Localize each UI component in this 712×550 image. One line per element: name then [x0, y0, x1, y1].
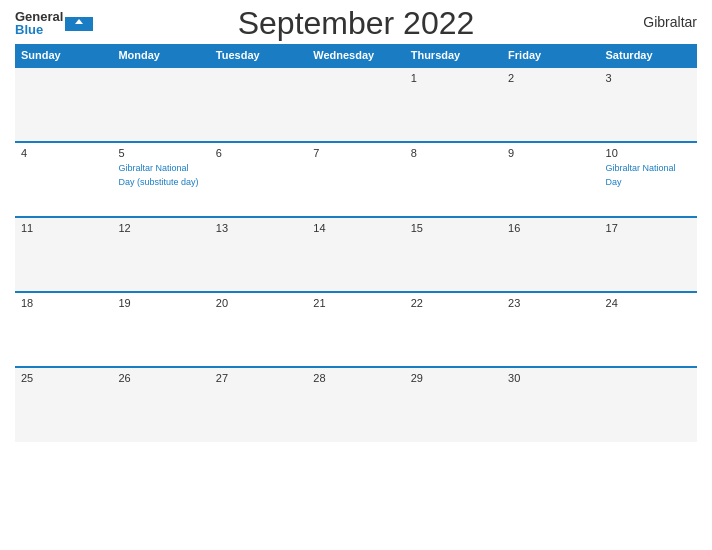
- day-number: 4: [21, 147, 106, 159]
- header-sunday: Sunday: [15, 44, 112, 67]
- day-number: 18: [21, 297, 106, 309]
- day-number: 10: [606, 147, 691, 159]
- calendar-cell: 29: [405, 367, 502, 442]
- day-number: 12: [118, 222, 203, 234]
- calendar-cell: 6: [210, 142, 307, 217]
- day-number: 27: [216, 372, 301, 384]
- day-number: 16: [508, 222, 593, 234]
- calendar-cell: [15, 67, 112, 142]
- logo: General Blue: [15, 10, 93, 36]
- calendar-cell: 28: [307, 367, 404, 442]
- calendar-cell: 23: [502, 292, 599, 367]
- day-number: 5: [118, 147, 203, 159]
- calendar-table: Sunday Monday Tuesday Wednesday Thursday…: [15, 44, 697, 442]
- day-number: 6: [216, 147, 301, 159]
- event-label: Gibraltar National Day (substitute day): [118, 163, 198, 187]
- calendar-page: General Blue September 2022 Gibraltar Su…: [0, 0, 712, 550]
- calendar-title: September 2022: [238, 5, 475, 42]
- weekday-header-row: Sunday Monday Tuesday Wednesday Thursday…: [15, 44, 697, 67]
- day-number: 20: [216, 297, 301, 309]
- calendar-cell: [600, 367, 697, 442]
- calendar-cell: 8: [405, 142, 502, 217]
- calendar-cell: 22: [405, 292, 502, 367]
- day-number: 17: [606, 222, 691, 234]
- calendar-week-row: 18192021222324: [15, 292, 697, 367]
- calendar-cell: 16: [502, 217, 599, 292]
- day-number: 8: [411, 147, 496, 159]
- calendar-cell: 7: [307, 142, 404, 217]
- day-number: 30: [508, 372, 593, 384]
- day-number: 22: [411, 297, 496, 309]
- header-thursday: Thursday: [405, 44, 502, 67]
- day-number: 7: [313, 147, 398, 159]
- calendar-cell: 14: [307, 217, 404, 292]
- day-number: 3: [606, 72, 691, 84]
- calendar-cell: 4: [15, 142, 112, 217]
- logo-blue: Blue: [15, 23, 63, 36]
- calendar-cell: 26: [112, 367, 209, 442]
- calendar-week-row: 45Gibraltar National Day (substitute day…: [15, 142, 697, 217]
- logo-flag-icon: [65, 17, 93, 31]
- calendar-cell: 20: [210, 292, 307, 367]
- event-label: Gibraltar National Day: [606, 163, 676, 187]
- header-friday: Friday: [502, 44, 599, 67]
- day-number: 15: [411, 222, 496, 234]
- day-number: 13: [216, 222, 301, 234]
- day-number: 25: [21, 372, 106, 384]
- day-number: 28: [313, 372, 398, 384]
- country-label: Gibraltar: [643, 14, 697, 30]
- day-number: 24: [606, 297, 691, 309]
- day-number: 14: [313, 222, 398, 234]
- calendar-week-row: 123: [15, 67, 697, 142]
- header: General Blue September 2022 Gibraltar: [15, 10, 697, 36]
- calendar-cell: 18: [15, 292, 112, 367]
- calendar-cell: 12: [112, 217, 209, 292]
- calendar-cell: 17: [600, 217, 697, 292]
- calendar-week-row: 252627282930: [15, 367, 697, 442]
- calendar-cell: 19: [112, 292, 209, 367]
- day-number: 19: [118, 297, 203, 309]
- day-number: 26: [118, 372, 203, 384]
- day-number: 11: [21, 222, 106, 234]
- calendar-cell: 27: [210, 367, 307, 442]
- calendar-cell: 30: [502, 367, 599, 442]
- svg-rect-1: [65, 24, 93, 31]
- day-number: 2: [508, 72, 593, 84]
- header-tuesday: Tuesday: [210, 44, 307, 67]
- day-number: 21: [313, 297, 398, 309]
- calendar-cell: 3: [600, 67, 697, 142]
- calendar-cell: 21: [307, 292, 404, 367]
- calendar-cell: [210, 67, 307, 142]
- calendar-cell: 5Gibraltar National Day (substitute day): [112, 142, 209, 217]
- calendar-cell: 10Gibraltar National Day: [600, 142, 697, 217]
- calendar-cell: 1: [405, 67, 502, 142]
- calendar-cell: 9: [502, 142, 599, 217]
- calendar-cell: 2: [502, 67, 599, 142]
- day-number: 23: [508, 297, 593, 309]
- calendar-cell: 11: [15, 217, 112, 292]
- calendar-week-row: 11121314151617: [15, 217, 697, 292]
- header-saturday: Saturday: [600, 44, 697, 67]
- calendar-cell: [112, 67, 209, 142]
- header-wednesday: Wednesday: [307, 44, 404, 67]
- day-number: 29: [411, 372, 496, 384]
- calendar-cell: 25: [15, 367, 112, 442]
- header-monday: Monday: [112, 44, 209, 67]
- day-number: 1: [411, 72, 496, 84]
- calendar-cell: 15: [405, 217, 502, 292]
- day-number: 9: [508, 147, 593, 159]
- calendar-cell: 24: [600, 292, 697, 367]
- calendar-cell: [307, 67, 404, 142]
- calendar-cell: 13: [210, 217, 307, 292]
